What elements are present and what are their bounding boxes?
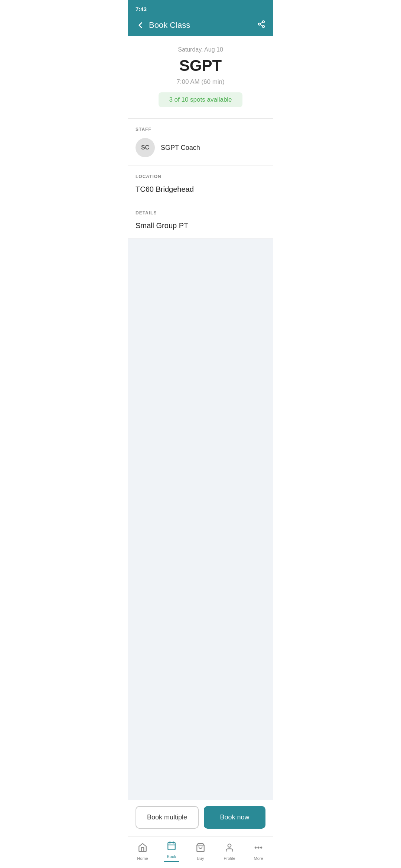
nav-label-home: Home bbox=[137, 856, 148, 861]
staff-row: SC SGPT Coach bbox=[136, 138, 265, 157]
location-label: LOCATION bbox=[136, 174, 265, 179]
nav-item-book[interactable]: Book bbox=[157, 839, 186, 864]
class-time: 7:00 AM (60 min) bbox=[136, 78, 265, 86]
svg-point-13 bbox=[261, 847, 262, 848]
svg-point-10 bbox=[228, 844, 231, 847]
nav-label-buy: Buy bbox=[197, 856, 204, 861]
more-icon bbox=[254, 843, 263, 855]
home-icon bbox=[138, 843, 147, 855]
svg-point-12 bbox=[258, 847, 259, 848]
coach-name: SGPT Coach bbox=[161, 144, 200, 152]
details-text: Small Group PT bbox=[136, 221, 265, 230]
nav-active-indicator bbox=[164, 861, 179, 862]
details-section: DETAILS Small Group PT bbox=[128, 202, 273, 239]
location-name: TC60 Bridgehead bbox=[136, 185, 265, 194]
status-time: 7:43 bbox=[136, 6, 147, 12]
bottom-nav: Home Book Buy bbox=[128, 836, 273, 868]
book-multiple-button[interactable]: Book multiple bbox=[136, 806, 199, 829]
page-title: Book Class bbox=[149, 20, 190, 30]
nav-label-book: Book bbox=[167, 854, 176, 859]
nav-item-more[interactable]: More bbox=[244, 841, 273, 862]
class-name: SGPT bbox=[136, 57, 265, 75]
spots-available-badge: 3 of 10 spots available bbox=[159, 92, 242, 107]
nav-item-profile[interactable]: Profile bbox=[215, 841, 244, 862]
nav-label-profile: Profile bbox=[224, 856, 235, 861]
svg-rect-5 bbox=[168, 842, 175, 850]
header-left: Book Class bbox=[136, 20, 190, 30]
class-date: Saturday, Aug 10 bbox=[136, 46, 265, 53]
back-button[interactable] bbox=[136, 20, 145, 30]
class-info-section: Saturday, Aug 10 SGPT 7:00 AM (60 min) 3… bbox=[128, 36, 273, 119]
avatar: SC bbox=[136, 138, 155, 157]
header: Book Class bbox=[128, 16, 273, 36]
avatar-initials: SC bbox=[141, 144, 149, 151]
share-button[interactable] bbox=[257, 20, 265, 30]
status-bar: 7:43 bbox=[128, 0, 273, 16]
details-label: DETAILS bbox=[136, 210, 265, 216]
nav-item-buy[interactable]: Buy bbox=[186, 841, 215, 862]
nav-item-home[interactable]: Home bbox=[128, 841, 157, 862]
svg-line-3 bbox=[260, 24, 263, 26]
book-now-button[interactable]: Book now bbox=[204, 806, 265, 829]
profile-icon bbox=[225, 843, 234, 855]
nav-label-more: More bbox=[254, 856, 263, 861]
staff-section: STAFF SC SGPT Coach bbox=[128, 119, 273, 166]
svg-line-4 bbox=[260, 22, 263, 24]
staff-label: STAFF bbox=[136, 127, 265, 132]
buy-icon bbox=[196, 843, 205, 855]
content-spacer bbox=[128, 239, 273, 800]
location-section: LOCATION TC60 Bridgehead bbox=[128, 166, 273, 202]
bottom-buttons: Book multiple Book now bbox=[128, 800, 273, 836]
svg-point-11 bbox=[255, 847, 256, 848]
book-icon bbox=[167, 841, 176, 853]
